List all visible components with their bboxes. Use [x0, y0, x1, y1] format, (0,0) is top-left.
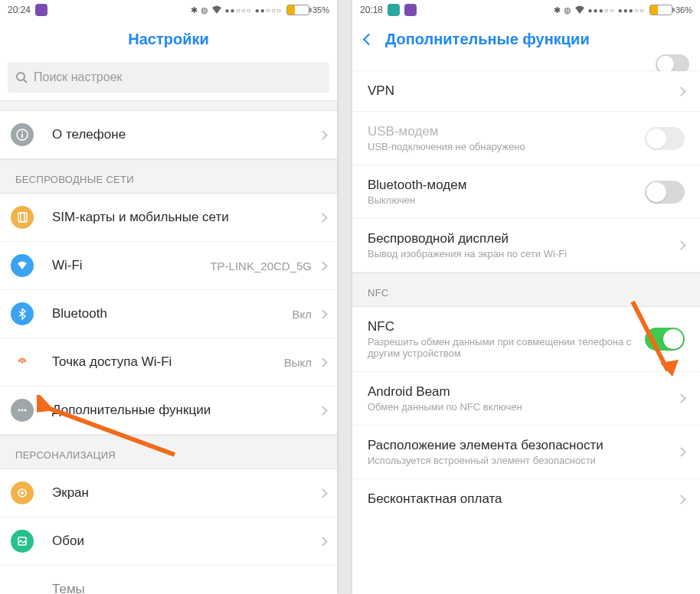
- app-icon: [388, 4, 400, 16]
- svg-point-0: [17, 73, 25, 80]
- svg-line-1: [24, 80, 27, 83]
- status-time: 20:18: [360, 5, 383, 15]
- svg-rect-5: [18, 213, 25, 222]
- page-title: Дополнительные функции: [385, 31, 590, 48]
- wifi-icon: [11, 254, 34, 277]
- row-android-beam[interactable]: Android Beam Обмен данными по NFC включе…: [352, 372, 700, 426]
- back-button[interactable]: [363, 34, 375, 46]
- row-usb-modem: USB-модем USB-подключения не обнаружено: [352, 112, 700, 165]
- signal-2-icon: ●●○○○: [255, 6, 282, 15]
- row-nfc[interactable]: NFC Разрешить обмен данными при совмещен…: [352, 307, 700, 372]
- row-subtitle: Обмен данными по NFC включен: [368, 401, 670, 413]
- row-security-element[interactable]: Расположение элемента безопасности Испол…: [352, 426, 700, 479]
- chevron-right-icon: [676, 240, 686, 250]
- row-label: Точка доступа Wi-Fi: [52, 354, 172, 370]
- bluetooth-status-icon: ✱: [191, 5, 198, 15]
- status-bar: 20:24 ✱ ◍ ●●○○○ ●●○○○ 35%: [0, 0, 337, 20]
- row-subtitle: Разрешить обмен данными при совмещении т…: [368, 336, 637, 359]
- svg-rect-6: [21, 213, 27, 222]
- chevron-right-icon: [318, 406, 328, 416]
- vibrate-icon: ◍: [564, 5, 571, 15]
- more-icon: [11, 399, 34, 422]
- wallpaper-icon: [11, 530, 34, 553]
- row-hotspot[interactable]: Точка доступа Wi-Fi Выкл: [0, 338, 337, 387]
- chevron-right-icon: [318, 213, 328, 223]
- battery-icon: [649, 5, 672, 15]
- row-label: Bluetooth: [52, 306, 107, 321]
- header: Дополнительные функции: [352, 20, 700, 62]
- row-label: Бесконтактная оплата: [368, 491, 670, 507]
- row-label: USB-модем: [368, 124, 637, 139]
- display-icon: [11, 481, 34, 504]
- search-placeholder: Поиск настроек: [34, 70, 123, 84]
- row-label: NFC: [368, 319, 637, 335]
- bluetooth-icon: [11, 302, 34, 325]
- toggle-usb-modem: [645, 127, 685, 150]
- app-icon: [404, 4, 417, 16]
- row-label: Android Beam: [368, 384, 670, 400]
- row-label: Дополнительные функции: [52, 403, 211, 418]
- row-label: Экран: [52, 485, 89, 501]
- settings-screen: 20:24 ✱ ◍ ●●○○○ ●●○○○ 35% Настройки Поис…: [0, 0, 337, 594]
- svg-rect-3: [21, 134, 23, 138]
- row-label: О телефоне: [52, 127, 126, 142]
- row-vpn[interactable]: VPN: [352, 71, 700, 112]
- signal-1-icon: ●●●○○: [588, 6, 615, 15]
- svg-point-12: [21, 491, 24, 494]
- toggle-nfc[interactable]: [645, 328, 685, 351]
- section-personalization: ПЕРСОНАЛИЗАЦИЯ: [0, 435, 337, 469]
- row-more[interactable]: Дополнительные функции: [0, 387, 337, 435]
- row-contactless-pay[interactable]: Бесконтактная оплата: [352, 479, 700, 519]
- row-label: VPN: [368, 83, 670, 99]
- chevron-right-icon: [318, 357, 328, 367]
- row-themes[interactable]: Темы: [0, 566, 337, 594]
- search-icon: [15, 71, 28, 83]
- toggle-bt-modem[interactable]: [645, 181, 685, 204]
- svg-point-4: [21, 132, 23, 133]
- row-label: Wi-Fi: [52, 258, 83, 273]
- row-bluetooth[interactable]: Bluetooth Вкл: [0, 290, 337, 338]
- chevron-right-icon: [318, 261, 328, 271]
- row-wifi[interactable]: Wi-Fi TP-LINK_20CD_5G: [0, 242, 337, 290]
- app-icon: [35, 4, 47, 16]
- row-sim[interactable]: SIM-карты и мобильные сети: [0, 194, 337, 242]
- row-value: TP-LINK_20CD_5G: [210, 259, 312, 273]
- hotspot-icon: [11, 351, 34, 374]
- chevron-right-icon: [676, 393, 686, 403]
- svg-point-9: [21, 410, 24, 412]
- page-title: Настройки: [0, 20, 337, 62]
- status-time: 20:24: [8, 5, 31, 15]
- row-wireless-display[interactable]: Беспроводной дисплей Вывод изображения н…: [352, 219, 700, 273]
- chevron-right-icon: [676, 494, 686, 504]
- row-label: Темы: [52, 582, 85, 594]
- battery-icon: [286, 5, 309, 15]
- section-wireless: БЕСПРОВОДНЫЕ СЕТИ: [0, 159, 337, 194]
- wifi-status-icon: [211, 5, 222, 15]
- row-about-phone[interactable]: О телефоне: [0, 111, 337, 159]
- chevron-right-icon: [676, 86, 686, 96]
- row-subtitle: Вывод изображения на экран по сети Wi-Fi: [368, 248, 670, 259]
- row-wallpaper[interactable]: Обои: [0, 517, 337, 566]
- search-container: Поиск настроек: [0, 62, 337, 100]
- search-input[interactable]: Поиск настроек: [8, 62, 329, 93]
- svg-point-7: [21, 361, 23, 363]
- status-bar: 20:18 ✱ ◍ ●●●○○ ●●●○○ 36%: [352, 0, 700, 20]
- additional-features-screen: 20:18 ✱ ◍ ●●●○○ ●●●○○ 36% Дополнительные…: [352, 0, 700, 594]
- bluetooth-status-icon: ✱: [554, 5, 561, 15]
- row-label: Обои: [52, 534, 84, 549]
- row-bt-modem[interactable]: Bluetooth-модем Выключен: [352, 165, 700, 219]
- chevron-right-icon: [318, 309, 328, 319]
- chevron-right-icon: [318, 537, 328, 547]
- row-label: Беспроводной дисплей: [368, 231, 670, 246]
- info-icon: [11, 123, 34, 146]
- chevron-right-icon: [318, 488, 328, 498]
- row-display[interactable]: Экран: [0, 469, 337, 517]
- row-label: Bluetooth-модем: [368, 178, 637, 193]
- row-label: SIM-карты и мобильные сети: [52, 210, 229, 225]
- row-value: Вкл: [293, 308, 312, 321]
- vibrate-icon: ◍: [201, 5, 208, 15]
- row-subtitle: USB-подключения не обнаружено: [368, 141, 637, 152]
- row-label: Расположение элемента безопасности: [368, 438, 670, 453]
- chevron-right-icon: [318, 130, 328, 140]
- sim-icon: [11, 206, 34, 229]
